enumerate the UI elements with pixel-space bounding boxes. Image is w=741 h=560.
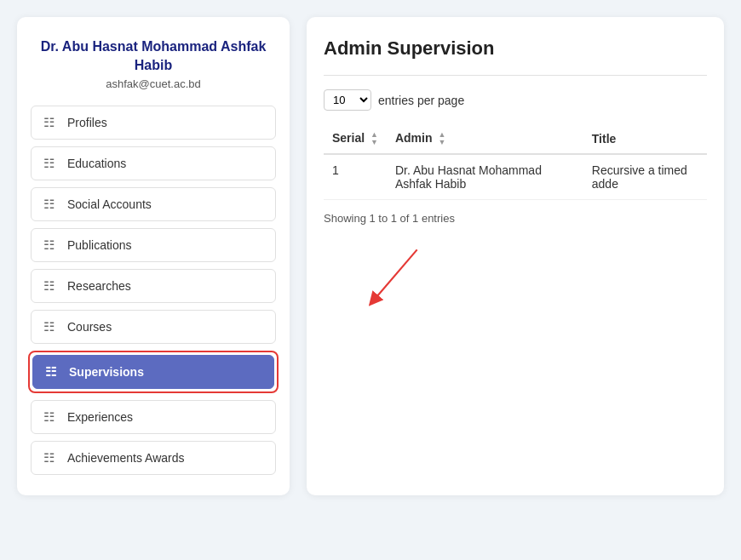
cell-serial: 1	[324, 154, 387, 200]
sidebar-item-label: Social Accounts	[67, 197, 152, 211]
profiles-icon: ☷	[43, 115, 59, 130]
supervisions-table-wrapper: Serial ▲▼ Admin ▲▼ Title 1	[324, 124, 707, 200]
left-panel: Dr. Abu Hasnat Mohammad Ashfak Habib ash…	[17, 17, 290, 495]
supervisions-icon: ☷	[45, 364, 60, 380]
col-admin[interactable]: Admin ▲▼	[387, 124, 583, 154]
user-email: ashfak@cuet.ac.bd	[31, 77, 276, 90]
sidebar-item-supervisions[interactable]: ☷ Supervisions	[32, 355, 274, 389]
experiences-icon: ☷	[43, 409, 59, 425]
svg-line-0	[373, 249, 416, 300]
col-title: Title	[583, 124, 707, 154]
sidebar-item-label: Courses	[67, 320, 112, 334]
sidebar-item-label: Profiles	[67, 116, 107, 129]
sidebar-item-educations[interactable]: ☷ Educations	[31, 146, 276, 180]
col-admin-label: Admin	[395, 131, 433, 145]
cell-admin: Dr. Abu Hasnat Mohammad Ashfak Habib	[387, 154, 583, 200]
entries-count: Showing 1 to 1 of 1 entries	[324, 212, 707, 225]
col-serial[interactable]: Serial ▲▼	[324, 124, 387, 154]
researches-icon: ☷	[43, 278, 59, 294]
achievements-icon: ☷	[43, 450, 59, 466]
sidebar-item-label: Experiences	[67, 410, 133, 424]
sidebar-item-researches[interactable]: ☷ Researches	[31, 269, 276, 303]
educations-icon: ☷	[43, 156, 59, 171]
entries-label: entries per page	[378, 94, 464, 107]
supervisions-table: Serial ▲▼ Admin ▲▼ Title 1	[324, 124, 707, 200]
supervisions-highlight-box: ☷ Supervisions	[28, 351, 279, 393]
col-title-label: Title	[592, 132, 617, 146]
entries-per-page-select[interactable]: 10 25 50 100	[324, 89, 371, 111]
admin-sort-arrows: ▲▼	[438, 131, 445, 146]
serial-sort-arrows: ▲▼	[370, 131, 378, 146]
table-body: 1 Dr. Abu Hasnat Mohammad Ashfak Habib R…	[324, 154, 707, 200]
page-title: Admin Supervision	[324, 37, 707, 60]
sidebar-item-social-accounts[interactable]: ☷ Social Accounts	[31, 187, 276, 221]
cell-title: Recursive a timed adde	[583, 154, 707, 200]
sidebar-item-achievements-awards[interactable]: ☷ Achievements Awards	[31, 441, 276, 475]
divider	[324, 75, 707, 76]
sidebar-item-label: Researches	[67, 279, 131, 293]
sidebar-item-experiences[interactable]: ☷ Experiences	[31, 400, 276, 434]
publications-icon: ☷	[43, 237, 59, 253]
table-row: 1 Dr. Abu Hasnat Mohammad Ashfak Habib R…	[324, 154, 707, 200]
sidebar-item-label: Achievements Awards	[67, 451, 184, 465]
nav-list: ☷ Profiles ☷ Educations ☷ Social Account…	[31, 106, 276, 475]
col-serial-label: Serial	[332, 131, 365, 145]
entries-bar: 10 25 50 100 entries per page	[324, 89, 707, 111]
social-accounts-icon: ☷	[43, 197, 59, 212]
table-header-row: Serial ▲▼ Admin ▲▼ Title	[324, 124, 707, 154]
sidebar-item-publications[interactable]: ☷ Publications	[31, 228, 276, 262]
sidebar-item-profiles[interactable]: ☷ Profiles	[31, 106, 276, 140]
sidebar-item-label: Educations	[67, 157, 126, 170]
right-panel: Admin Supervision 10 25 50 100 entries p…	[307, 17, 724, 495]
sidebar-item-label: Supervisions	[69, 365, 144, 379]
sidebar-item-courses[interactable]: ☷ Courses	[31, 310, 276, 344]
user-name: Dr. Abu Hasnat Mohammad Ashfak Habib	[31, 37, 276, 74]
sidebar-item-label: Publications	[67, 238, 132, 252]
courses-icon: ☷	[43, 319, 59, 334]
